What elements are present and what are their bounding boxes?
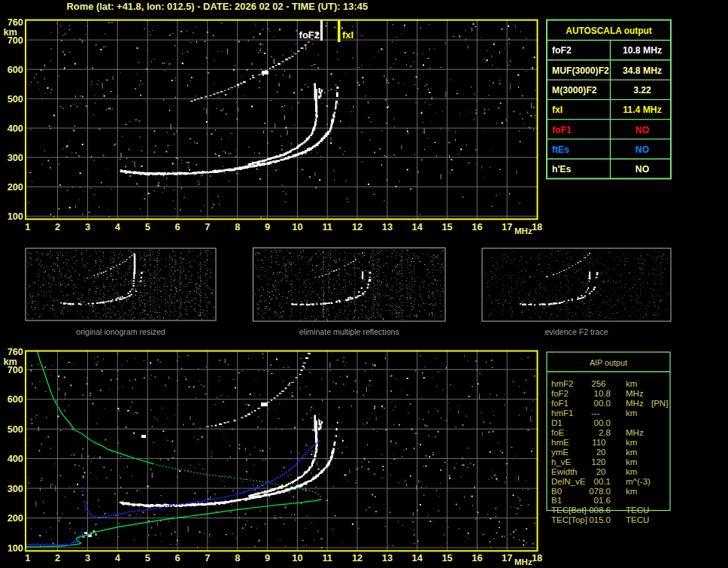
svg-text:km: km (626, 467, 637, 476)
svg-text:km: km (626, 448, 637, 457)
svg-text:4: 4 (115, 221, 121, 232)
svg-text:km: km (626, 409, 637, 418)
svg-text:hmF1: hmF1 (551, 409, 573, 418)
svg-text:400: 400 (8, 123, 23, 134)
svg-text:12: 12 (352, 552, 362, 563)
svg-text:NO: NO (635, 125, 649, 135)
svg-text:6: 6 (174, 552, 180, 563)
svg-text:AIP output: AIP output (590, 358, 627, 367)
svg-text:12: 12 (352, 221, 362, 232)
svg-text:Rome (lat: +41.8, lon: 012.5): Rome (lat: +41.8, lon: 012.5) - DATE: 20… (67, 1, 369, 12)
svg-text:km: km (626, 438, 637, 447)
svg-text:Ewidth: Ewidth (551, 467, 578, 476)
svg-text:20: 20 (596, 448, 606, 457)
svg-text:MHz: MHz (626, 389, 644, 398)
svg-text:100: 100 (8, 542, 23, 554)
svg-text:6: 6 (174, 221, 180, 232)
svg-text:9: 9 (265, 221, 270, 232)
svg-text:14: 14 (412, 221, 423, 232)
svg-text:15: 15 (441, 552, 452, 563)
svg-text:MHz: MHz (626, 428, 644, 437)
svg-text:13: 13 (382, 221, 393, 232)
svg-text:AUTOSCALA output: AUTOSCALA output (566, 26, 651, 36)
svg-text:10: 10 (292, 552, 302, 563)
svg-text:MHz: MHz (514, 226, 532, 235)
svg-text:fxI: fxI (342, 29, 353, 41)
svg-text:2: 2 (55, 552, 60, 563)
svg-text:300: 300 (8, 152, 23, 163)
svg-text:256: 256 (591, 379, 605, 388)
svg-text:200: 200 (8, 181, 23, 193)
svg-text:34.8 MHz: 34.8 MHz (623, 65, 662, 76)
svg-text:17: 17 (502, 221, 512, 232)
svg-text:015.0: 015.0 (589, 515, 611, 524)
svg-text:hmF2: hmF2 (551, 379, 573, 388)
svg-text:500: 500 (8, 424, 23, 435)
svg-text:MUF(3000)F2: MUF(3000)F2 (552, 65, 609, 76)
svg-text:16: 16 (472, 552, 482, 563)
svg-text:14: 14 (412, 552, 423, 563)
svg-text:foF2: foF2 (551, 389, 569, 398)
svg-text:700: 700 (8, 35, 23, 46)
svg-text:M(3000)F2: M(3000)F2 (552, 85, 597, 96)
svg-text:008.6: 008.6 (589, 506, 611, 515)
svg-text:8: 8 (235, 552, 240, 563)
svg-text:5: 5 (145, 221, 150, 232)
svg-text:TECU: TECU (626, 515, 649, 524)
svg-text:5: 5 (145, 552, 150, 563)
svg-text:01.6: 01.6 (594, 496, 611, 505)
svg-text:400: 400 (8, 453, 23, 464)
svg-text:600: 600 (8, 393, 23, 405)
svg-text:hmE: hmE (551, 438, 569, 447)
svg-text:evidence F2 trace: evidence F2 trace (544, 327, 608, 336)
svg-text:MHz: MHz (514, 557, 532, 566)
svg-text:km: km (626, 457, 637, 466)
svg-text:TEC[Bot]: TEC[Bot] (551, 506, 587, 515)
svg-text:m^(-3): m^(-3) (626, 477, 651, 486)
svg-text:00.0: 00.0 (594, 418, 611, 427)
svg-text:00.0: 00.0 (594, 399, 611, 408)
svg-text:foF2: foF2 (552, 45, 572, 56)
svg-text:10: 10 (292, 221, 302, 232)
svg-text:078.0: 078.0 (589, 487, 611, 496)
svg-text:eliminate multiple reflections: eliminate multiple reflections (299, 327, 399, 336)
svg-text:8: 8 (235, 221, 240, 232)
svg-text:11: 11 (322, 552, 332, 563)
svg-text:00.1: 00.1 (594, 477, 611, 486)
svg-text:foF1: foF1 (551, 399, 569, 408)
svg-text:20: 20 (596, 467, 606, 476)
svg-text:11.4 MHz: 11.4 MHz (623, 105, 661, 115)
svg-text:300: 300 (8, 483, 23, 494)
svg-text:km: km (626, 487, 637, 496)
svg-text:ymE: ymE (551, 448, 569, 457)
svg-text:TECU: TECU (626, 506, 649, 515)
svg-text:13: 13 (382, 552, 393, 563)
svg-text:500: 500 (8, 93, 23, 105)
svg-text:MHz: MHz (626, 399, 644, 408)
svg-text:km: km (626, 379, 637, 388)
svg-text:700: 700 (8, 364, 23, 375)
svg-text:17: 17 (502, 552, 512, 563)
svg-text:original ionogram resized: original ionogram resized (76, 327, 165, 336)
svg-text:3: 3 (85, 552, 90, 563)
svg-text:TEC[Top]: TEC[Top] (551, 515, 587, 524)
svg-text:7: 7 (205, 221, 210, 232)
svg-text:NO: NO (635, 144, 649, 155)
svg-text:D1: D1 (551, 418, 563, 427)
svg-text:15: 15 (441, 221, 452, 232)
svg-text:h'Es: h'Es (552, 164, 571, 175)
svg-text:3: 3 (85, 221, 90, 232)
svg-text:h_vE: h_vE (551, 457, 572, 466)
svg-text:foF1: foF1 (552, 125, 572, 135)
svg-text:DelN_vE: DelN_vE (551, 477, 586, 486)
svg-text:[PN]: [PN] (651, 399, 668, 408)
svg-text:10.8 MHz: 10.8 MHz (623, 45, 662, 56)
svg-text:18: 18 (532, 221, 542, 232)
svg-text:3.22: 3.22 (633, 85, 651, 96)
svg-text:16: 16 (472, 221, 482, 232)
svg-text:200: 200 (8, 512, 23, 524)
svg-text:4: 4 (115, 552, 121, 563)
svg-text:---: --- (591, 409, 600, 418)
svg-text:NO: NO (635, 164, 649, 175)
svg-text:2.8: 2.8 (599, 428, 611, 437)
